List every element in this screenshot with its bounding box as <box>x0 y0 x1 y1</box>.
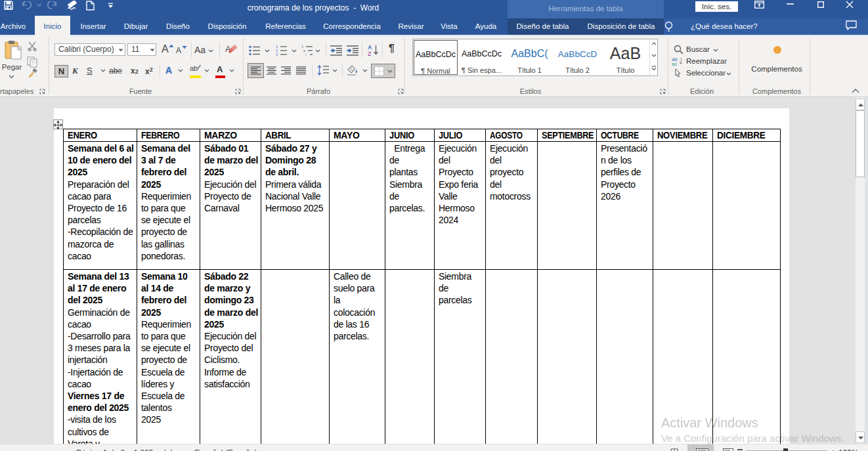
svg-text:ac: ac <box>672 61 677 66</box>
svg-text:Z: Z <box>368 51 372 56</box>
svg-text:A: A <box>368 44 372 51</box>
svg-text:3: 3 <box>276 53 278 56</box>
svg-text:i: i <box>305 53 306 56</box>
